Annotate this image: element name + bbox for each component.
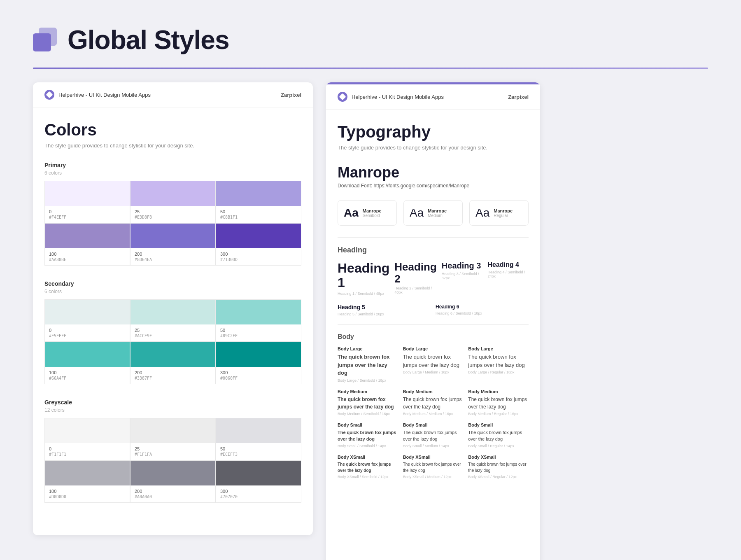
divider-2	[338, 324, 529, 325]
swatch-sec-25-color	[130, 300, 215, 324]
body-md-rg-text: The quick brown fox jumps over the lazy …	[468, 396, 529, 411]
swatch-sec-0-info: 0 #E5EEFF	[45, 324, 130, 341]
primary-group-count: 6 colors	[44, 170, 301, 176]
greyscale-group-count: 12 colors	[44, 407, 301, 413]
body-xs-sb-meta: Body XSmall / Semibold / 12px	[338, 475, 398, 479]
font-aa-regular: Aa	[475, 206, 489, 219]
swatch-grey-300-info: 300 #707070	[216, 485, 301, 502]
colors-section-subtitle: The style guide provides to change styli…	[44, 142, 301, 149]
swatch-primary-100-color	[45, 224, 130, 248]
page-header: Global Styles	[0, 0, 741, 68]
card-header-left: Helperhive - UI Kit Design Mobile Apps	[44, 90, 151, 100]
body-medium-medium: Body Medium The quick brown fox jumps ov…	[403, 389, 464, 416]
swatch-grey-0-color	[45, 418, 130, 443]
body-md-rg-meta: Body Medium / Regular / 16px	[468, 412, 529, 416]
heading-3-text: Heading 3	[442, 261, 483, 270]
swatch-primary-300-color	[216, 224, 301, 248]
swatch-grey-25: 25 #F1F1FA	[130, 418, 216, 460]
body-small-semibold: Body Small The quick brown fox jumps ove…	[338, 422, 398, 448]
swatch-grey-50-info: 50 #ECEFF3	[216, 443, 301, 460]
swatch-primary-200-color	[130, 224, 215, 248]
swatch-sec-100: 100 #66A4FF	[44, 342, 130, 384]
swatch-sec-50: 50 #89C2FF	[216, 299, 301, 342]
swatch-primary-300-info: 300 #7130DD	[216, 248, 301, 265]
body-sm-rg-label: Body Small	[468, 422, 529, 427]
body-xs-rg-meta: Body XSmall / Regular / 12px	[468, 475, 529, 479]
typography-card-brand: Zarpixel	[508, 94, 529, 100]
body-small-regular: Body Small The quick brown fox jumps ove…	[468, 422, 529, 448]
body-md-md-label: Body Medium	[403, 389, 464, 394]
body-medium-semibold: Body Medium The quick brown fox jumps ov…	[338, 389, 398, 416]
heading-5-meta: Heading 5 / Semibold / 20px	[338, 312, 431, 316]
cards-container: Helperhive - UI Kit Design Mobile Apps Z…	[0, 69, 741, 560]
swatch-sec-300-info: 300 #0060FF	[216, 367, 301, 384]
heading-5-item: Heading 5 Heading 5 / Semibold / 20px	[338, 304, 431, 316]
primary-swatches-row2: 100 #AA88BE 200 #8D64EA	[44, 223, 301, 266]
swatch-primary-200: 200 #8D64EA	[130, 223, 216, 266]
typography-section-title: Typography	[338, 123, 529, 141]
primary-group-title: Primary	[44, 162, 301, 168]
swatch-sec-25-info: 25 #ACCE9F	[130, 324, 215, 341]
swatch-primary-25: 25 #E3D8F8	[130, 181, 216, 223]
logo-square-front	[33, 33, 51, 51]
swatch-sec-0-color	[45, 300, 130, 324]
heading-1-item: Heading 1 Heading 1 / Semibold / 48px	[338, 261, 389, 296]
font-name: Manrope	[338, 164, 529, 181]
heading-2-item: Heading 2 Heading 2 / Semibold / 40px	[394, 261, 437, 296]
swatch-grey-200: 200 #A0A0A0	[130, 460, 216, 503]
typography-hive-icon	[338, 92, 347, 102]
heading-6-meta: Heading 6 / Semibold / 18px	[436, 311, 529, 315]
secondary-swatches-row2: 100 #66A4FF 200 #3387FF	[44, 342, 301, 384]
swatch-grey-50-color	[216, 418, 301, 443]
swatch-grey-0-info: 0 #F1F1F1	[45, 443, 130, 460]
body-xs-sb-text: The quick brown fox jumps over the lazy …	[338, 461, 398, 474]
swatch-primary-25-info: 25 #E3D8F8	[130, 206, 215, 223]
swatch-grey-50: 50 #ECEFF3	[216, 418, 301, 460]
colors-card-header: Helperhive - UI Kit Design Mobile Apps Z…	[33, 82, 313, 107]
swatch-grey-100: 100 #D0D0D0	[44, 460, 130, 503]
font-semibold-name: Manrope	[363, 208, 382, 213]
typography-header-left: Helperhive - UI Kit Design Mobile Apps	[338, 92, 444, 102]
hive-icon	[44, 90, 54, 100]
body-md-sb-meta: Body Medium / Semibold / 16px	[338, 412, 398, 416]
body-sm-sb-meta: Body Small / Semibold / 14px	[338, 444, 398, 448]
colors-card-body: Colors The style guide provides to chang…	[33, 107, 313, 531]
swatch-primary-50-info: 50 #C8B1F1	[216, 206, 301, 223]
swatch-grey-100-info: 100 #D0D0D0	[45, 485, 130, 502]
secondary-group-title: Secondary	[44, 280, 301, 287]
heading-section-title: Heading	[338, 246, 529, 254]
greyscale-swatches-row1: 0 #F1F1F1 25 #F1F1FA 5	[44, 418, 301, 460]
heading-5-text: Heading 5	[338, 304, 431, 310]
body-large-rg-label: Body Large	[468, 346, 529, 351]
body-large-sb-text: The quick brown fox jumps over the lazy …	[338, 353, 398, 377]
hive-icon-inner	[46, 91, 53, 98]
typography-card: Helperhive - UI Kit Design Mobile Apps Z…	[326, 82, 540, 560]
font-style-regular: Aa Manrope Regular	[469, 200, 529, 226]
body-large-md-meta: Body Large / Medium / 18px	[403, 370, 464, 374]
swatch-sec-50-color	[216, 300, 301, 324]
typography-card-header-title: Helperhive - UI Kit Design Mobile Apps	[352, 94, 444, 100]
body-md-md-text: The quick brown fox jumps over the lazy …	[403, 396, 464, 411]
colors-card-brand: Zarpixel	[281, 92, 301, 98]
swatch-primary-200-info: 200 #8D64EA	[130, 248, 215, 265]
body-xs-md-label: Body XSmall	[403, 455, 464, 460]
body-sm-md-label: Body Small	[403, 422, 464, 427]
greyscale-swatches-row2: 100 #D0D0D0 200 #A0A0A0	[44, 460, 301, 503]
heading-3-meta: Heading 3 / Semibold / 32px	[442, 272, 483, 280]
swatch-sec-200-color	[130, 342, 215, 367]
primary-swatches-row1: 0 #F4EEFF 25 #E3D8F8 5	[44, 181, 301, 223]
font-aa-medium: Aa	[410, 206, 424, 219]
swatch-sec-100-info: 100 #66A4FF	[45, 367, 130, 384]
page-title: Global Styles	[68, 25, 229, 55]
body-large-grid: Body Large The quick brown fox jumps ove…	[338, 346, 529, 383]
body-small-grid: Body Small The quick brown fox jumps ove…	[338, 422, 529, 448]
body-md-md-meta: Body Medium / Medium / 16px	[403, 412, 464, 416]
headings-row2: Heading 5 Heading 5 / Semibold / 20px He…	[338, 304, 529, 316]
font-style-medium: Aa Manrope Medium	[403, 200, 463, 226]
swatch-sec-300: 300 #0060FF	[216, 342, 301, 384]
body-xsmall-semibold: Body XSmall The quick brown fox jumps ov…	[338, 455, 398, 479]
heading-1-text: Heading 1	[338, 261, 389, 290]
primary-color-group: Primary 6 colors 0 #F4EEFF 25	[44, 162, 301, 266]
font-regular-weight: Regular	[494, 213, 513, 218]
secondary-swatches-row1: 0 #E5EEFF 25 #ACCE9F 5	[44, 299, 301, 342]
